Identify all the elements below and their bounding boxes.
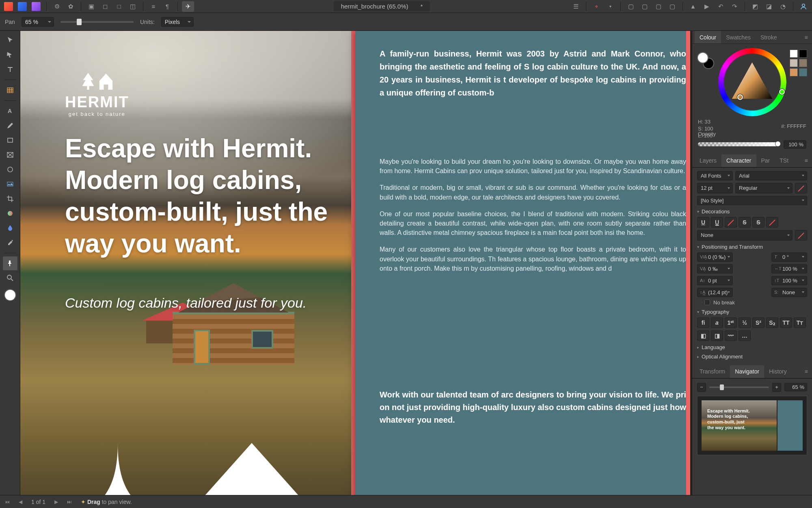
section-language[interactable]: Language	[697, 344, 807, 350]
move-tool-icon[interactable]	[3, 33, 17, 47]
strikethrough-icon[interactable]: S	[739, 217, 751, 228]
kerning-input[interactable]: VA̱0 ‰	[697, 264, 733, 274]
flip-v-icon[interactable]: ▶	[701, 1, 713, 12]
no-break-checkbox[interactable]: No break	[704, 300, 807, 306]
view-tool-icon[interactable]	[3, 256, 17, 270]
fields-icon[interactable]: ☰	[570, 1, 582, 12]
snapping-dropdown-icon[interactable]: ▾	[604, 1, 616, 12]
pen-tool-icon[interactable]	[3, 119, 17, 132]
node-tool-icon[interactable]	[3, 48, 17, 62]
leading-input[interactable]: ↕A̲(12.4 pt)	[697, 288, 733, 297]
typo-opt3-icon[interactable]: 〰	[725, 330, 737, 341]
section-positioning[interactable]: Positioning and Transform	[697, 244, 807, 250]
stylistic-set-select[interactable]: S:None	[771, 288, 807, 297]
zoom-slider[interactable]	[60, 21, 134, 23]
fill-tool-icon[interactable]	[3, 206, 17, 220]
snapping-icon[interactable]: ⌖	[590, 1, 603, 12]
opacity-input[interactable]: 100 %	[784, 140, 806, 149]
transparency-tool-icon[interactable]	[3, 221, 17, 235]
font-family-select[interactable]: Arial	[735, 171, 807, 180]
flip-h-icon[interactable]: ▲	[687, 1, 699, 12]
section-optical-alignment[interactable]: Optical Alignment	[697, 354, 807, 360]
document-setup-icon[interactable]: ⚙	[51, 1, 63, 12]
deco-colour-none-icon[interactable]	[795, 230, 807, 241]
tab-paragraph[interactable]: Par	[756, 154, 775, 167]
preferences-icon[interactable]: ✿	[65, 1, 77, 12]
typo-opt1-icon[interactable]: ◧	[697, 330, 709, 341]
recent-swatches[interactable]	[790, 50, 807, 76]
ellipse-tool-icon[interactable]	[3, 163, 17, 176]
nav-zoom-input[interactable]: 65 %	[784, 383, 807, 391]
shear-input[interactable]: T0 °	[771, 252, 807, 262]
character-style-select[interactable]: [No Style]	[697, 196, 807, 205]
tab-text-styles[interactable]: TSt	[775, 154, 793, 167]
tab-layers[interactable]: Layers	[695, 154, 721, 167]
underline-none-icon[interactable]	[725, 217, 737, 228]
nav-zoom-slider[interactable]	[709, 386, 769, 388]
zoom-tool-icon[interactable]	[3, 271, 17, 285]
tab-history[interactable]: History	[764, 365, 792, 378]
next-page-icon[interactable]: ▶	[54, 499, 58, 505]
units-select[interactable]: Pixels	[161, 17, 194, 27]
first-page-icon[interactable]: ⏮	[5, 499, 10, 505]
ordinals-icon[interactable]: 1ˢᵗ	[725, 317, 737, 328]
vscale-input[interactable]: ↕T100 %	[771, 276, 807, 285]
strike-none-icon[interactable]	[766, 217, 778, 228]
colour-picker-tool-icon[interactable]	[3, 236, 17, 250]
split-view-icon[interactable]: ◫	[127, 1, 139, 12]
tab-navigator[interactable]: Navigator	[730, 365, 764, 378]
preview-mode-icon[interactable]: □	[113, 1, 125, 12]
text-tool-icon[interactable]	[3, 63, 17, 76]
tab-character[interactable]: Character	[721, 154, 756, 167]
move-back-icon[interactable]: ▢	[625, 1, 637, 12]
baseline-input[interactable]: A↕0 pt	[697, 276, 733, 285]
panel-menu-icon[interactable]: ≡	[801, 34, 812, 41]
ligatures-icon[interactable]: fi	[697, 317, 709, 328]
double-underline-icon[interactable]: U̲	[711, 217, 723, 228]
fractions-icon[interactable]: ½	[739, 317, 751, 328]
help-icon[interactable]: ◔	[777, 1, 789, 12]
canvas[interactable]: HERMIT get back to nature Escape with He…	[20, 31, 692, 495]
vector-crop-tool-icon[interactable]	[3, 192, 17, 206]
tab-transform[interactable]: Transform	[695, 365, 730, 378]
forward-one-icon[interactable]: ▢	[652, 1, 665, 12]
foreground-colour-swatch[interactable]	[4, 289, 16, 301]
tab-colour[interactable]: Colour	[695, 31, 721, 43]
hscale-input[interactable]: ↔T100 %	[771, 264, 807, 274]
tab-stroke[interactable]: Stroke	[756, 31, 782, 43]
rotate-ccw-icon[interactable]: ↶	[715, 1, 727, 12]
subscript-icon[interactable]: S₂	[766, 317, 778, 328]
display-mode-icon[interactable]: ▣	[85, 1, 97, 12]
section-typography[interactable]: Typography	[697, 309, 807, 315]
section-manager-icon[interactable]: ◪	[763, 1, 775, 12]
typo-more-icon[interactable]: …	[739, 330, 751, 341]
rectangle-tool-icon[interactable]	[3, 133, 17, 147]
resource-manager-icon[interactable]: ◩	[749, 1, 761, 12]
superscript-icon[interactable]: S²	[752, 317, 764, 328]
table-tool-icon[interactable]	[3, 83, 17, 97]
typo-opt2-icon[interactable]: ◨	[711, 330, 723, 341]
all-caps-icon[interactable]: TT	[780, 317, 792, 328]
font-collection-select[interactable]: All Fonts	[697, 171, 733, 180]
font-size-input[interactable]: 12 pt	[697, 183, 733, 193]
affinity-designer-icon[interactable]	[16, 1, 28, 12]
artistic-text-tool-icon[interactable]: A	[3, 104, 17, 118]
account-icon[interactable]	[797, 1, 810, 12]
baseline-grid-icon[interactable]: ≡	[147, 1, 160, 12]
affinity-photo-icon[interactable]	[30, 1, 42, 12]
preflight-icon[interactable]: ✈	[182, 1, 194, 12]
clip-canvas-icon[interactable]: ◻	[99, 1, 111, 12]
zoom-out-button[interactable]: −	[697, 383, 706, 392]
italic-alt-icon[interactable]: a	[711, 317, 723, 328]
panel-menu-icon[interactable]: ≡	[801, 368, 812, 375]
affinity-publisher-icon[interactable]	[2, 1, 15, 12]
rotate-cw-icon[interactable]: ↷	[728, 1, 741, 12]
section-decorations[interactable]: Decorations	[697, 208, 807, 215]
font-colour-none-icon[interactable]	[795, 183, 807, 193]
navigator-preview[interactable]: Escape with Hermit. Modern log cabins, c…	[697, 396, 807, 455]
colour-wheel[interactable]	[718, 48, 786, 116]
picture-frame-tool-icon[interactable]	[3, 148, 17, 162]
double-strike-icon[interactable]: S	[752, 217, 764, 228]
font-style-select[interactable]: Regular	[735, 183, 793, 193]
tracking-input[interactable]: V/A̱0 (0 ‰)	[697, 252, 733, 262]
